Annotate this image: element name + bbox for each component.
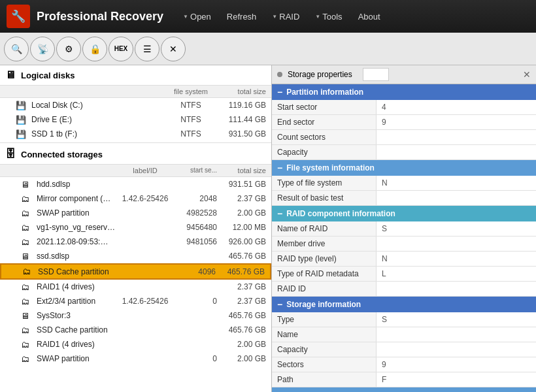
prop-value-3-3: 9 bbox=[377, 357, 536, 372]
storage-size-6: 465.76 GB bbox=[216, 267, 265, 276]
storage-item-7[interactable]: 🗂 RAID1 (4 drives) 2.37 GB bbox=[0, 280, 271, 294]
hex-btn[interactable]: HEX bbox=[109, 37, 133, 61]
disk-ssd-f-name: SSD 1 tb (F:) bbox=[31, 129, 165, 139]
prop-row-3-2: Capacity bbox=[272, 342, 536, 357]
section-collapse-2[interactable]: − bbox=[277, 208, 282, 219]
disk-drive-e[interactable]: 💾 Drive E (E:) NTFS 111.44 GB bbox=[0, 112, 271, 127]
prop-label-3-0: Type bbox=[272, 312, 377, 327]
storage-icon-11: 🗂 bbox=[21, 340, 33, 350]
menu-tools[interactable]: ▼ Tools bbox=[309, 8, 348, 25]
disk-drive-e-fs: NTFS bbox=[165, 115, 217, 124]
storage-tab: Storage properties ✕ bbox=[272, 65, 536, 84]
prop-label-3-2: Capacity bbox=[272, 342, 377, 357]
section-collapse-3[interactable]: − bbox=[277, 299, 282, 310]
storage-size-10: 465.76 GB bbox=[217, 325, 266, 335]
disk-local-c[interactable]: 💾 Local Disk (C:) NTFS 119.16 GB bbox=[0, 98, 271, 112]
storage-item-11[interactable]: 🗂 RAID1 (4 drives) 2.00 GB bbox=[0, 337, 271, 351]
storage-item-8[interactable]: 🗂 Ext2/3/4 partition 1.42.6-25426 0 2.37… bbox=[0, 294, 271, 308]
storage-item-3[interactable]: 🗂 vg1-syno_vg_reserv… 9456480 12.00 MB bbox=[0, 220, 271, 235]
storage-name-12: SWAP partition bbox=[37, 354, 119, 363]
search-input[interactable] bbox=[363, 68, 389, 81]
prop-label-1-0: Type of file system bbox=[272, 176, 377, 190]
storage-size-12: 2.00 GB bbox=[217, 354, 266, 363]
properties-list: −Partition information Start sector 4 En… bbox=[272, 84, 536, 392]
search-btn[interactable]: 🔍 bbox=[4, 37, 29, 61]
storage-name-11: RAID1 (4 drives) bbox=[37, 340, 119, 349]
menu-raid[interactable]: ▼ RAID bbox=[265, 8, 306, 25]
storage-start-6: 4096 bbox=[170, 267, 216, 276]
storage-item-0[interactable]: 🖥 hdd.sdlsp 931.51 GB bbox=[0, 177, 271, 191]
menubar: ▼ Open Refresh ▼ RAID ▼ Tools About bbox=[176, 8, 529, 25]
prop-row-1-0: Type of file system N bbox=[272, 176, 536, 191]
storage-item-1[interactable]: 🗂 Mirror component (… 1.42.6-25426 2048 … bbox=[0, 191, 271, 206]
storage-size-7: 2.37 GB bbox=[217, 282, 266, 291]
prop-row-2-3: Type of RAID metadata L bbox=[272, 267, 536, 282]
storage-item-2[interactable]: 🗂 SWAP partition 4982528 2.00 GB bbox=[0, 206, 271, 220]
storage-item-4[interactable]: 🗂 2021.12.08-09:53:… 9481056 926.00 GB bbox=[0, 235, 271, 249]
app-title: Professional Recovery bbox=[37, 10, 163, 24]
scan-btn[interactable]: 📡 bbox=[30, 37, 55, 61]
section-title-0: Partition information bbox=[286, 88, 363, 97]
storage-icon-8: 🗂 bbox=[21, 297, 33, 306]
disk-drive-e-name: Drive E (E:) bbox=[31, 115, 165, 124]
storage-icon-1: 🗂 bbox=[21, 194, 33, 204]
close-btn[interactable]: ✕ bbox=[161, 37, 186, 61]
storage-start-2: 4982528 bbox=[171, 208, 217, 218]
list-btn[interactable]: ☰ bbox=[135, 37, 159, 61]
prop-label-0-1: End sector bbox=[272, 115, 377, 129]
col-name-header2 bbox=[5, 167, 119, 174]
prop-section-1: −File system information bbox=[272, 160, 536, 176]
settings-btn[interactable]: ⚙ bbox=[56, 37, 81, 61]
prop-value-3-4: F bbox=[377, 372, 536, 387]
storage-item-12[interactable]: 🗂 SWAP partition 0 2.00 GB bbox=[0, 351, 271, 366]
col-label-header: label/ID bbox=[119, 167, 171, 174]
storage-item-6[interactable]: 🗂 SSD Cache partition 4096 465.76 GB bbox=[0, 263, 271, 280]
connected-storages-header: 🗄 Connected storages bbox=[0, 144, 271, 164]
storage-label-1: 1.42.6-25426 bbox=[119, 194, 171, 203]
menu-open[interactable]: ▼ Open bbox=[176, 8, 218, 25]
toolbar: 🔍 📡 ⚙ 🔒 HEX ☰ ✕ bbox=[0, 33, 536, 65]
section-title-2: RAID component information bbox=[286, 209, 395, 218]
prop-section-0: −Partition information bbox=[272, 84, 536, 100]
tab-close-btn[interactable]: ✕ bbox=[523, 69, 531, 80]
disk-local-c-size: 119.16 GB bbox=[217, 101, 266, 110]
storage-item-9[interactable]: 🖥 SysStor:3 465.76 GB bbox=[0, 308, 271, 323]
menu-refresh[interactable]: Refresh bbox=[220, 8, 263, 25]
storage-name-10: SSD Cache partition bbox=[37, 325, 119, 335]
storages-columns: label/ID start se... total size bbox=[0, 164, 271, 177]
section-collapse-1[interactable]: − bbox=[277, 163, 282, 173]
section-title-3: Storage information bbox=[286, 300, 361, 309]
prop-value-0-0: 4 bbox=[377, 100, 536, 114]
storage-size-11: 2.00 GB bbox=[217, 340, 266, 349]
section-collapse-0[interactable]: − bbox=[277, 87, 282, 97]
prop-row-0-1: End sector 9 bbox=[272, 115, 536, 130]
storage-item-5[interactable]: 🖥 ssd.sdlsp 465.76 GB bbox=[0, 249, 271, 263]
prop-value-0-2 bbox=[377, 130, 536, 144]
storage-label-8: 1.42.6-25426 bbox=[119, 297, 171, 306]
logical-disks-title: Logical disks bbox=[21, 71, 75, 80]
prop-row-3-1: Name bbox=[272, 327, 536, 342]
disk-icon: 💾 bbox=[16, 129, 27, 139]
storage-item-10[interactable]: 🗂 SSD Cache partition 465.76 GB bbox=[0, 323, 271, 337]
col-size-header2: total size bbox=[217, 167, 266, 174]
menu-about[interactable]: About bbox=[352, 8, 387, 25]
prop-label-2-3: Type of RAID metadata bbox=[272, 267, 377, 281]
prop-value-1-0: N bbox=[377, 176, 536, 190]
prop-value-2-0: S bbox=[377, 221, 536, 236]
storage-size-5: 465.76 GB bbox=[217, 252, 266, 261]
prop-value-3-0: S bbox=[377, 312, 536, 327]
col-start-header: start se... bbox=[171, 167, 217, 174]
section-title-1: File system information bbox=[286, 163, 375, 172]
prop-label-3-3: Sectors bbox=[272, 357, 377, 372]
prop-label-0-2: Count sectors bbox=[272, 130, 377, 144]
main-area: 🖥 Logical disks file system total size 💾… bbox=[0, 65, 536, 392]
prop-row-2-4: RAID ID bbox=[272, 282, 536, 297]
storage-name-9: SysStor:3 bbox=[37, 311, 119, 320]
storage-icon-4: 🗂 bbox=[21, 237, 33, 247]
prop-value-2-4 bbox=[377, 282, 536, 296]
lock-btn[interactable]: 🔒 bbox=[82, 37, 107, 61]
storage-start-12: 0 bbox=[171, 354, 217, 363]
disk-ssd-f[interactable]: 💾 SSD 1 tb (F:) NTFS 931.50 GB bbox=[0, 127, 271, 141]
logical-disks-columns: file system total size bbox=[0, 85, 271, 98]
connected-storages-title: Connected storages bbox=[21, 150, 103, 159]
